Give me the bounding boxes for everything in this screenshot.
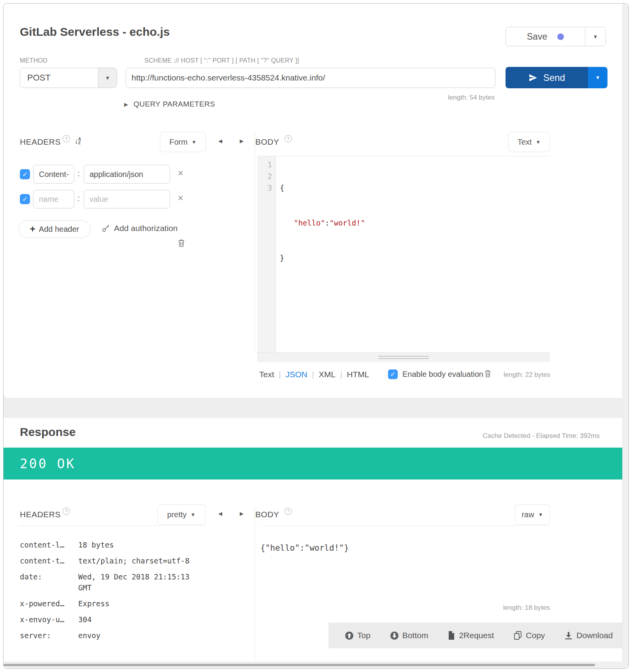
key-icon	[102, 224, 110, 233]
request-headers-title: HEADERS	[20, 137, 61, 147]
response-header-row: x-powered…Express	[20, 598, 238, 609]
save-menu-button[interactable]: ▼	[585, 27, 606, 46]
response-body-view-dropdown[interactable]: raw ▼	[515, 504, 550, 525]
save-button[interactable]: Save	[506, 27, 585, 46]
chevron-down-icon: ▼	[593, 34, 598, 40]
help-icon[interactable]: ?	[284, 135, 292, 142]
to-request-button[interactable]: 2Request	[448, 631, 494, 640]
format-html-link[interactable]: HTML	[347, 370, 369, 379]
response-header-row: server:envoy	[20, 630, 238, 641]
header-row: ✓ : ✕	[20, 165, 238, 184]
add-header-button[interactable]: + Add header	[18, 220, 91, 238]
body-view-mode-value: Text	[518, 138, 532, 147]
body-length: length: 22 bytes	[496, 371, 550, 379]
url-format-label: SCHEME :// HOST [ ":" PORT ] [ PATH [ "?…	[144, 57, 299, 64]
scroll-top-button[interactable]: Top	[345, 631, 370, 640]
response-title: Response	[20, 425, 75, 439]
status-code: 200 OK	[4, 456, 75, 471]
add-authorization-label: Add authorization	[114, 224, 177, 233]
request-pane-divider	[255, 132, 255, 353]
editor-content[interactable]: { "hello":"world!" }	[276, 156, 365, 352]
request-title: GitLab Serverless - echo.js	[20, 25, 170, 38]
header-value-input[interactable]	[84, 190, 170, 208]
arrow-down-circle-icon	[390, 631, 399, 640]
response-body-length: length: 18 bytes	[432, 604, 550, 612]
chevron-down-icon: ▼	[595, 75, 600, 80]
format-text-link[interactable]: Text	[259, 370, 274, 379]
expand-right-pane-icon[interactable]: ▶	[240, 511, 244, 516]
send-button-label: Send	[543, 72, 565, 83]
header-enabled-checkbox[interactable]: ✓	[20, 169, 30, 179]
header-colon: :	[77, 194, 80, 203]
body-rule	[262, 525, 550, 526]
enable-body-evaluation-label: Enable body evaluation	[402, 370, 483, 379]
chevron-right-icon: ▶	[124, 102, 128, 107]
add-authorization-button[interactable]: Add authorization	[102, 224, 177, 233]
editor-resize-handle[interactable]	[257, 353, 550, 362]
download-icon	[564, 631, 573, 640]
collapse-left-pane-icon[interactable]: ◀	[218, 138, 222, 144]
response-body-view-value: raw	[521, 510, 534, 519]
enable-body-evaluation-checkbox[interactable]: ✓	[388, 369, 398, 379]
send-menu-button[interactable]: ▼	[588, 67, 607, 88]
vertical-scrollbar[interactable]	[622, 4, 629, 662]
header-enabled-checkbox[interactable]: ✓	[20, 194, 30, 204]
download-button[interactable]: Download	[564, 631, 613, 640]
method-select[interactable]: POST ▼	[20, 68, 117, 88]
url-input[interactable]	[126, 68, 495, 88]
response-meta: Cache Detected - Elapsed Time: 392ms	[354, 432, 600, 440]
clear-headers-trash-icon[interactable]	[177, 239, 185, 249]
chevron-down-icon: ▼	[535, 139, 541, 145]
help-icon[interactable]: ?	[63, 135, 70, 142]
response-headers-list: content-l…18 bytes content-t…text/plain;…	[20, 539, 238, 646]
headers-rule	[18, 525, 206, 526]
sort-az-icon[interactable]: ↓ AZ	[74, 136, 81, 145]
body-format-switcher: Text | JSON | XML | HTML	[259, 370, 369, 379]
request-card: GitLab Serverless - echo.js Save ▼ METHO…	[4, 4, 629, 398]
response-pane-divider	[255, 506, 255, 669]
remove-header-icon[interactable]: ✕	[177, 169, 184, 178]
remove-header-icon[interactable]: ✕	[177, 194, 184, 203]
send-split-button: Send ▼	[506, 67, 607, 88]
format-json-link[interactable]: JSON	[286, 370, 307, 379]
query-parameters-label: QUERY PARAMETERS	[133, 100, 215, 108]
response-header-row: content-t…text/plain; charset=utf-8	[20, 555, 238, 566]
response-toolbar: Top Bottom 2Request Cop	[328, 623, 629, 648]
editor-line-numbers: 1 2 3	[257, 156, 276, 352]
response-headers-view-dropdown[interactable]: pretty ▼	[157, 504, 205, 525]
body-editor[interactable]: 1 2 3 { "hello":"world!" }	[257, 156, 550, 353]
save-split-button: Save ▼	[506, 27, 606, 46]
send-button[interactable]: Send	[506, 67, 588, 88]
format-xml-link[interactable]: XML	[319, 370, 335, 379]
chevron-down-icon: ▼	[538, 512, 543, 518]
paper-plane-icon	[528, 73, 538, 82]
method-select-caret: ▼	[98, 68, 117, 88]
method-value: POST	[20, 68, 98, 88]
code-line: {	[280, 182, 365, 194]
help-icon[interactable]: ?	[63, 508, 70, 515]
response-body-title: BODY	[255, 510, 279, 519]
collapse-left-pane-icon[interactable]: ◀	[218, 511, 222, 516]
response-headers-title: HEADERS	[20, 510, 61, 519]
add-header-label: Add header	[39, 225, 79, 234]
horizontal-scrollbar-thumb[interactable]	[4, 664, 595, 666]
help-icon[interactable]: ?	[284, 508, 292, 515]
response-body-content: {"hello":"world!"}	[260, 543, 349, 553]
response-headers-view-value: pretty	[167, 510, 187, 519]
code-line: "hello":"world!"	[280, 217, 365, 229]
copy-button[interactable]: Copy	[513, 631, 545, 640]
response-card: Response Cache Detected - Elapsed Time: …	[4, 418, 629, 669]
header-name-input[interactable]	[33, 190, 74, 208]
scroll-bottom-button[interactable]: Bottom	[390, 631, 428, 640]
body-view-mode-dropdown[interactable]: Text ▼	[508, 132, 550, 152]
request-body-title: BODY	[255, 137, 279, 147]
headers-view-mode-dropdown[interactable]: Form ▼	[160, 132, 206, 152]
horizontal-scrollbar[interactable]	[4, 662, 629, 669]
header-name-input[interactable]	[33, 165, 74, 184]
status-bar: 200 OK	[4, 448, 629, 480]
clear-body-trash-icon[interactable]	[484, 369, 492, 379]
header-value-input[interactable]	[84, 165, 170, 184]
code-line: }	[280, 252, 365, 264]
expand-right-pane-icon[interactable]: ▶	[240, 138, 244, 144]
query-parameters-toggle[interactable]: ▶ QUERY PARAMETERS	[124, 100, 215, 108]
